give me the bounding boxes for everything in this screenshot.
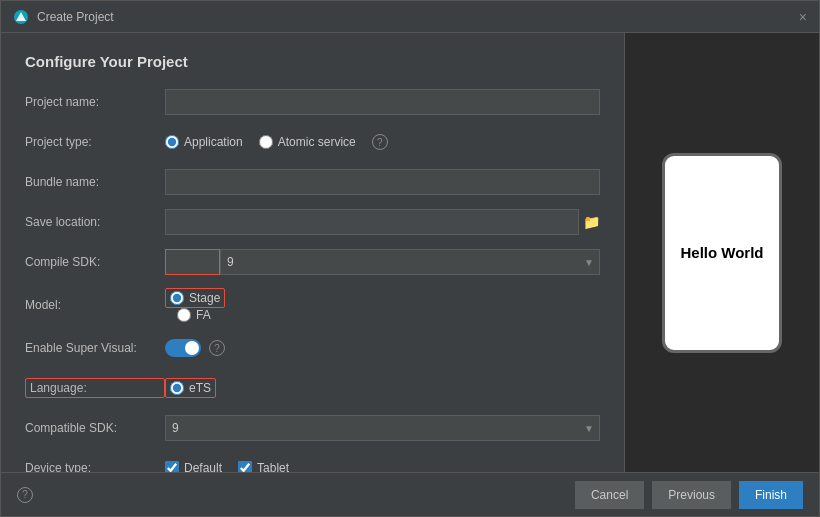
compatible-sdk-select[interactable]: 9 <box>165 415 600 441</box>
enable-super-visual-control: ? <box>165 339 600 357</box>
compile-sdk-control: 9 9 ▼ <box>165 249 600 275</box>
application-label: Application <box>184 135 243 149</box>
device-tablet-label: Tablet <box>257 461 289 472</box>
footer: ? Cancel Previous Finish <box>1 472 819 516</box>
model-stage-radio[interactable] <box>170 291 184 305</box>
project-name-control: OhEtsDemo <box>165 89 600 115</box>
compile-sdk-select[interactable]: 9 <box>220 249 600 275</box>
bundle-name-control: com.example.ohetsdemo <box>165 169 600 195</box>
right-panel: Hello World <box>624 33 819 472</box>
language-highlight: eTS <box>165 378 216 398</box>
app-logo-icon <box>13 9 29 25</box>
super-visual-help-icon[interactable]: ? <box>209 340 225 356</box>
atomic-label: Atomic service <box>278 135 356 149</box>
compatible-sdk-select-wrapper: 9 ▼ <box>165 415 600 441</box>
project-name-label: Project name: <box>25 95 165 109</box>
save-location-label: Save location: <box>25 215 165 229</box>
compatible-sdk-control: 9 ▼ <box>165 415 600 441</box>
project-name-row: Project name: OhEtsDemo <box>25 88 600 116</box>
footer-right: Cancel Previous Finish <box>575 481 803 509</box>
compile-sdk-label: Compile SDK: <box>25 255 165 269</box>
project-type-help-icon[interactable]: ? <box>372 134 388 150</box>
model-stage-option[interactable]: Stage <box>170 291 220 305</box>
finish-button[interactable]: Finish <box>739 481 803 509</box>
device-type-tablet[interactable]: Tablet <box>238 461 289 472</box>
device-type-label: Device type: <box>25 461 165 472</box>
enable-super-visual-row: Enable Super Visual: ? <box>25 334 600 362</box>
device-type-row: Device type: Default Tablet <box>25 454 600 472</box>
model-fa-label: FA <box>196 308 211 322</box>
save-location-row: Save location: E:\OHWorkspace\OhEtsDemo … <box>25 208 600 236</box>
model-fa-option[interactable]: FA <box>177 308 600 322</box>
model-highlight: Stage <box>165 288 225 308</box>
compatible-sdk-row: Compatible SDK: 9 ▼ <box>25 414 600 442</box>
bundle-name-input[interactable]: com.example.ohetsdemo <box>165 169 600 195</box>
preview-text: Hello World <box>680 244 763 261</box>
project-type-atomic-radio[interactable] <box>259 135 273 149</box>
device-type-control: Default Tablet <box>165 461 600 472</box>
title-bar-left: Create Project <box>13 9 114 25</box>
section-title: Configure Your Project <box>25 53 600 70</box>
language-ets-option[interactable]: eTS <box>170 381 211 395</box>
language-ets-label: eTS <box>189 381 211 395</box>
folder-icon[interactable]: 📁 <box>583 214 600 230</box>
language-control: eTS <box>165 378 600 398</box>
model-label: Model: <box>25 298 165 312</box>
device-tablet-checkbox[interactable] <box>238 461 252 472</box>
footer-left: ? <box>17 487 33 503</box>
title-bar: Create Project × <box>1 1 819 33</box>
model-fa-radio[interactable] <box>177 308 191 322</box>
bundle-name-label: Bundle name: <box>25 175 165 189</box>
project-type-control: Application Atomic service ? <box>165 134 600 150</box>
compile-sdk-input[interactable]: 9 <box>165 249 220 275</box>
footer-help-icon[interactable]: ? <box>17 487 33 503</box>
dialog-title: Create Project <box>37 10 114 24</box>
language-label: Language: <box>25 378 165 398</box>
project-type-row: Project type: Application Atomic service… <box>25 128 600 156</box>
save-location-input[interactable]: E:\OHWorkspace\OhEtsDemo <box>165 209 579 235</box>
enable-super-visual-toggle[interactable] <box>165 339 201 357</box>
project-type-label: Project type: <box>25 135 165 149</box>
previous-button[interactable]: Previous <box>652 481 731 509</box>
create-project-dialog: Create Project × Configure Your Project … <box>0 0 820 517</box>
toggle-slider <box>165 339 201 357</box>
project-type-application-radio[interactable] <box>165 135 179 149</box>
model-stage-label: Stage <box>189 291 220 305</box>
project-type-atomic[interactable]: Atomic service <box>259 135 356 149</box>
dialog-body: Configure Your Project Project name: OhE… <box>1 33 819 472</box>
device-type-default[interactable]: Default <box>165 461 222 472</box>
device-default-label: Default <box>184 461 222 472</box>
enable-super-visual-label: Enable Super Visual: <box>25 341 165 355</box>
bundle-name-row: Bundle name: com.example.ohetsdemo <box>25 168 600 196</box>
device-default-checkbox[interactable] <box>165 461 179 472</box>
language-row: Language: eTS <box>25 374 600 402</box>
save-location-control: E:\OHWorkspace\OhEtsDemo 📁 <box>165 209 600 235</box>
compile-sdk-row: Compile SDK: 9 9 ▼ <box>25 248 600 276</box>
project-name-input[interactable]: OhEtsDemo <box>165 89 600 115</box>
cancel-button[interactable]: Cancel <box>575 481 644 509</box>
close-button[interactable]: × <box>799 10 807 24</box>
left-panel: Configure Your Project Project name: OhE… <box>1 33 624 472</box>
model-control: Stage FA <box>165 288 600 322</box>
compile-sdk-select-wrapper: 9 ▼ <box>220 249 600 275</box>
phone-preview: Hello World <box>662 153 782 353</box>
compatible-sdk-label: Compatible SDK: <box>25 421 165 435</box>
model-row: Model: Stage FA <box>25 288 600 322</box>
project-type-application[interactable]: Application <box>165 135 243 149</box>
language-ets-radio[interactable] <box>170 381 184 395</box>
